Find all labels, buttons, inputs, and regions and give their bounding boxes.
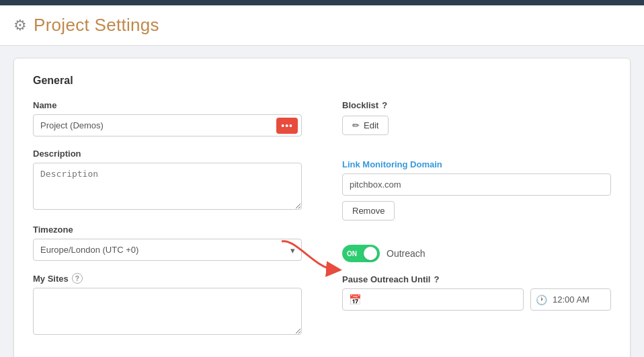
time-input[interactable] <box>530 288 611 311</box>
description-input[interactable] <box>33 163 302 210</box>
page-title: Project Settings <box>34 15 159 36</box>
name-field-group: Name ••• <box>33 100 302 136</box>
description-field-group: Description <box>33 149 302 212</box>
time-input-wrapper: 🕐 <box>530 288 611 311</box>
outreach-toggle[interactable]: ON <box>342 245 380 262</box>
outreach-row: ON Outreach <box>342 245 611 262</box>
edit-button[interactable]: ✏ Edit <box>342 116 389 135</box>
pause-inputs: 📅 🕐 <box>342 288 611 311</box>
blocklist-help-icon[interactable]: ? <box>382 100 387 110</box>
outreach-container: ON Outreach Pause Outreach Until ? 📅 <box>342 245 611 311</box>
top-bar <box>0 0 644 5</box>
pause-help-icon[interactable]: ? <box>434 274 439 284</box>
remove-label: Remove <box>352 206 385 216</box>
name-options-button[interactable]: ••• <box>276 118 298 134</box>
outreach-label: Outreach <box>387 248 426 259</box>
page-container: ⚙ Project Settings General Name ••• Desc <box>0 5 644 357</box>
my-sites-label: My Sites ? <box>33 273 302 284</box>
pause-outreach-label: Pause Outreach Until ? <box>342 274 611 284</box>
settings-card: General Name ••• Description <box>13 58 631 357</box>
toggle-slider: ON <box>342 245 380 262</box>
dots-icon: ••• <box>281 120 293 131</box>
remove-button[interactable]: Remove <box>342 201 395 221</box>
page-header: ⚙ Project Settings <box>0 5 644 46</box>
blocklist-field-group: Blocklist ? ✏ Edit <box>342 100 611 147</box>
timezone-label: Timezone <box>33 225 302 235</box>
name-input-wrapper: ••• <box>33 114 302 136</box>
timezone-select[interactable]: Europe/London (UTC +0) America/New_York … <box>33 239 302 261</box>
my-sites-field-group: My Sites ? <box>33 273 302 338</box>
name-label: Name <box>33 100 302 110</box>
pencil-icon: ✏ <box>352 120 360 130</box>
right-column: Blocklist ? ✏ Edit Link Monitoring Domai… <box>342 100 611 350</box>
pause-outreach-field-group: Pause Outreach Until ? 📅 🕐 <box>342 274 611 311</box>
timezone-select-wrapper: Europe/London (UTC +0) America/New_York … <box>33 239 302 261</box>
gear-icon: ⚙ <box>13 17 27 34</box>
my-sites-input[interactable] <box>33 288 302 335</box>
date-input[interactable] <box>342 288 524 311</box>
edit-label: Edit <box>364 120 378 130</box>
timezone-field-group: Timezone Europe/London (UTC +0) America/… <box>33 225 302 261</box>
description-label: Description <box>33 149 302 159</box>
toggle-on-text: ON <box>347 250 357 257</box>
section-title: General <box>33 75 611 87</box>
my-sites-help-icon[interactable]: ? <box>72 273 83 284</box>
name-input[interactable] <box>33 114 302 136</box>
link-monitoring-field-group: Link Monitoring Domain Remove <box>342 159 611 233</box>
blocklist-label: Blocklist ? <box>342 100 611 110</box>
left-column: Name ••• Description Timezone <box>33 100 302 350</box>
domain-input[interactable] <box>342 173 611 196</box>
two-col-layout: Name ••• Description Timezone <box>33 100 611 350</box>
link-monitoring-label: Link Monitoring Domain <box>342 159 611 169</box>
red-arrow-annotation <box>275 235 342 282</box>
date-input-wrapper: 📅 <box>342 288 524 311</box>
